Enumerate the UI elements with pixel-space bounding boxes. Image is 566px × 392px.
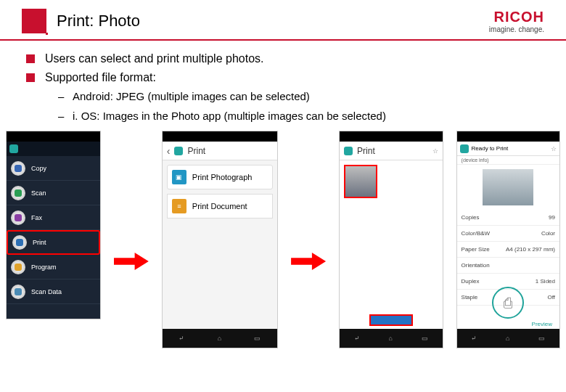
- screen-title: Ready to Print: [472, 145, 509, 152]
- screenshot-1: Copy Scan Fax Print Program Scan Data: [6, 131, 101, 319]
- bullet-item: Supported file format:: [26, 71, 540, 84]
- setting-color[interactable]: Color/B&WColor: [457, 226, 559, 242]
- row-label: Print Photograph: [192, 173, 253, 181]
- arrow-icon: [291, 253, 326, 270]
- app-bar: ‹ Print: [163, 142, 277, 160]
- star-icon[interactable]: ☆: [432, 147, 438, 155]
- screenshot-2: ‹ Print ▣ Print Photograph ≡ Print Docum…: [162, 131, 278, 348]
- print-photo-row[interactable]: ▣ Print Photograph: [167, 165, 273, 189]
- menu-item-scandata[interactable]: Scan Data: [7, 279, 100, 304]
- menu-label: Scan: [31, 189, 46, 197]
- android-nav-bar: ⤶ ⌂ ▭: [340, 329, 442, 348]
- app-icon: [344, 147, 353, 155]
- status-bar: [340, 131, 442, 142]
- photo-icon: ▣: [172, 170, 186, 184]
- android-nav-bar: ⤶ ⌂ ▭: [163, 329, 277, 348]
- bullet-list: Users can select and print multiple phot…: [26, 52, 540, 84]
- android-nav-bar: ⤶ ⌂ ▭: [457, 329, 559, 348]
- brand-logo: RICOH imagine. change.: [489, 9, 544, 33]
- recent-nav-icon[interactable]: ▭: [254, 335, 261, 342]
- printer-icon: ⎙: [504, 295, 512, 311]
- back-nav-icon[interactable]: ⤶: [354, 335, 360, 342]
- back-nav-icon[interactable]: ⤶: [179, 335, 184, 342]
- title-accent-block: [22, 9, 46, 33]
- row-label: Print Document: [192, 202, 247, 211]
- document-icon: ≡: [172, 199, 186, 213]
- recent-nav-icon[interactable]: ▭: [538, 335, 545, 342]
- screenshot-4: Ready to Print ☆ (device info) Copies99 …: [456, 131, 560, 348]
- subbullet-item: Android: JPEG (multiple images can be se…: [58, 90, 540, 102]
- brand-name: RICOH: [489, 9, 544, 25]
- device-line: (device info): [457, 156, 559, 165]
- print-document-row[interactable]: ≡ Print Document: [167, 194, 273, 219]
- status-bar: [457, 131, 559, 142]
- print-button[interactable]: ⎙: [492, 287, 524, 319]
- star-icon[interactable]: ☆: [551, 145, 557, 152]
- screenshot-row: Copy Scan Fax Print Program Scan Data ‹ …: [0, 131, 566, 348]
- app-icon: [9, 144, 18, 153]
- slide-title: Print: Photo: [57, 12, 140, 30]
- app-bar: Print ☆: [340, 142, 442, 160]
- menu-item-program[interactable]: Program: [7, 255, 100, 279]
- home-nav-icon[interactable]: ⌂: [506, 335, 509, 342]
- menu-item-fax[interactable]: Fax: [7, 205, 100, 230]
- brand-tagline: imagine. change.: [489, 25, 544, 33]
- back-icon[interactable]: ‹: [167, 145, 171, 157]
- screen-title: Print: [187, 146, 205, 156]
- screen-title: Print: [357, 146, 375, 156]
- menu-label: Fax: [31, 214, 42, 221]
- menu-item-print[interactable]: Print: [7, 230, 100, 255]
- app-bar: Ready to Print ☆: [457, 142, 559, 156]
- subbullet-item: i. OS: Images in the Photo app (multiple…: [58, 110, 540, 122]
- setting-copies[interactable]: Copies99: [457, 210, 559, 226]
- menu-item-copy[interactable]: Copy: [7, 156, 100, 181]
- subbullet-list: Android: JPEG (multiple images can be se…: [58, 90, 540, 122]
- menu-list: Copy Scan Fax Print Program Scan Data: [7, 156, 100, 304]
- setting-papersize[interactable]: Paper SizeA4 (210 x 297 mm): [457, 242, 559, 258]
- recent-nav-icon[interactable]: ▭: [422, 335, 428, 342]
- app-bar: [7, 142, 100, 156]
- home-nav-icon[interactable]: ⌂: [218, 335, 221, 342]
- confirm-button[interactable]: [369, 314, 413, 326]
- status-bar: [7, 131, 100, 142]
- menu-label: Copy: [31, 165, 46, 172]
- app-icon: [460, 144, 469, 153]
- title-area: Print: Photo: [22, 9, 140, 33]
- status-bar: [163, 131, 277, 142]
- app-icon: [174, 147, 183, 155]
- bullet-item: Users can select and print multiple phot…: [26, 52, 540, 65]
- home-nav-icon[interactable]: ⌂: [389, 335, 393, 342]
- arrow-icon: [114, 253, 149, 270]
- menu-item-scan[interactable]: Scan: [7, 181, 100, 205]
- menu-label: Print: [33, 239, 46, 246]
- print-preview: [483, 169, 533, 205]
- menu-label: Scan Data: [31, 288, 62, 295]
- screenshot-3: Print ☆ ⤶ ⌂ ▭: [339, 131, 443, 348]
- content: Users can select and print multiple phot…: [0, 41, 566, 122]
- slide-header: Print: Photo RICOH imagine. change.: [0, 0, 566, 41]
- setting-orientation[interactable]: Orientation: [457, 258, 559, 274]
- back-nav-icon[interactable]: ⤶: [471, 335, 477, 342]
- photo-thumb[interactable]: [344, 165, 377, 198]
- menu-label: Program: [31, 264, 57, 271]
- preview-link[interactable]: Preview: [532, 321, 552, 327]
